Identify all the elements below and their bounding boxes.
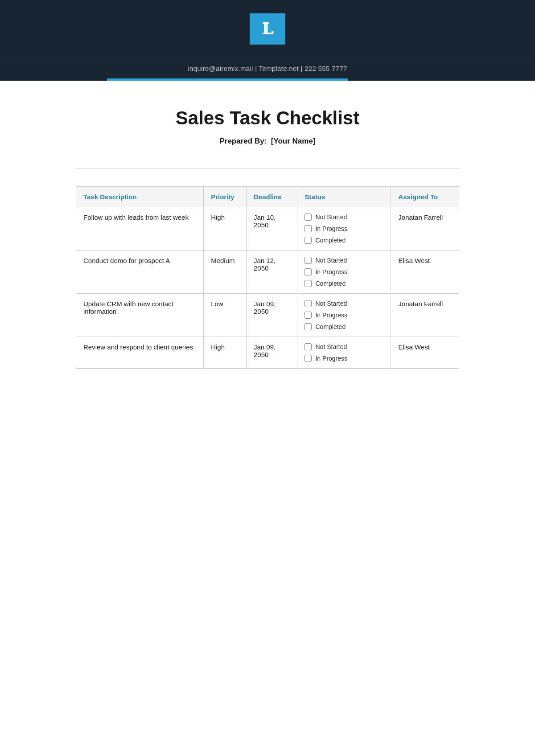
cell-status: Not StartedIn Progress [297, 337, 391, 369]
status-label: Not Started [315, 300, 347, 307]
status-checkbox[interactable] [305, 214, 312, 221]
status-label: In Progress [315, 312, 347, 319]
header-assigned: Assigned To [391, 187, 459, 207]
status-option[interactable]: Not Started [305, 214, 383, 221]
status-option[interactable]: Not Started [305, 257, 383, 264]
section-divider [76, 168, 459, 168]
status-option[interactable]: In Progress [305, 268, 383, 275]
status-label: Not Started [315, 343, 347, 350]
cell-task: Follow up with leads from last week [76, 207, 204, 251]
prepared-by-label: Prepared By: [219, 137, 267, 145]
status-checkbox[interactable] [305, 280, 312, 287]
table-row: Follow up with leads from last weekHighJ… [76, 207, 459, 251]
status-checkbox[interactable] [305, 323, 312, 330]
header-contact-text: inquire@airemix.mail | Template.net | 22… [188, 65, 347, 72]
cell-status: Not StartedIn ProgressCompleted [297, 251, 391, 294]
prepared-by-value: [Your Name] [271, 137, 316, 145]
checklist-table: Task Description Priority Deadline Statu… [76, 186, 459, 369]
status-option[interactable]: In Progress [305, 225, 383, 232]
cell-assigned: Jonatan Farrell [391, 207, 459, 251]
cell-priority: Low [204, 294, 247, 337]
cell-task: Conduct demo for prospect A [76, 251, 204, 294]
status-option[interactable]: Completed [305, 237, 383, 244]
main-content: Sales Task Checklist Prepared By: [Your … [67, 81, 468, 386]
status-option[interactable]: In Progress [305, 312, 383, 319]
cell-status: Not StartedIn ProgressCompleted [297, 207, 391, 251]
page-header: 𝕃 inquire@airemix.mail | Template.net | … [0, 0, 535, 81]
status-checkbox[interactable] [305, 257, 312, 264]
status-label: In Progress [315, 268, 347, 275]
cell-deadline: Jan 09, 2050 [247, 294, 297, 337]
table-header-row: Task Description Priority Deadline Statu… [76, 187, 459, 207]
status-label: Not Started [315, 214, 347, 221]
status-label: Completed [315, 237, 346, 244]
table-row: Review and respond to client queriesHigh… [76, 337, 459, 369]
status-label: Not Started [315, 257, 347, 264]
header-priority: Priority [204, 187, 247, 207]
status-checkbox[interactable] [305, 268, 312, 275]
header-accent-bar [0, 78, 535, 81]
cell-priority: High [204, 337, 247, 369]
cell-assigned: Jonatan Farrell [391, 294, 459, 337]
cell-deadline: Jan 12, 2050 [247, 251, 297, 294]
header-contact-bar: inquire@airemix.mail | Template.net | 22… [0, 58, 535, 78]
document-title: Sales Task Checklist [76, 107, 459, 129]
status-label: In Progress [315, 355, 347, 362]
cell-assigned: Elisa West [391, 337, 459, 369]
table-row: Update CRM with new contact informationL… [76, 294, 459, 337]
status-label: Completed [315, 323, 346, 330]
header-status: Status [297, 187, 391, 207]
header-task: Task Description [76, 187, 204, 207]
logo-box: 𝕃 [250, 13, 285, 45]
status-option[interactable]: Completed [305, 323, 383, 330]
cell-task: Review and respond to client queries [76, 337, 204, 369]
status-option[interactable]: In Progress [305, 355, 383, 362]
header-deadline: Deadline [247, 187, 297, 207]
status-checkbox[interactable] [305, 343, 312, 350]
table-row: Conduct demo for prospect AMediumJan 12,… [76, 251, 459, 294]
cell-deadline: Jan 10, 2050 [247, 207, 297, 251]
status-checkbox[interactable] [305, 300, 312, 307]
cell-task: Update CRM with new contact information [76, 294, 204, 337]
cell-deadline: Jan 09, 2050 [247, 337, 297, 369]
status-option[interactable]: Completed [305, 280, 383, 287]
cell-priority: High [204, 207, 247, 251]
status-label: Completed [315, 280, 346, 287]
cell-status: Not StartedIn ProgressCompleted [297, 294, 391, 337]
status-checkbox[interactable] [305, 237, 312, 244]
cell-assigned: Elisa West [391, 251, 459, 294]
logo-icon: 𝕃 [262, 20, 273, 38]
cell-priority: Medium [204, 251, 247, 294]
status-checkbox[interactable] [305, 225, 312, 232]
prepared-by-line: Prepared By: [Your Name] [76, 137, 459, 146]
logo-container: 𝕃 [250, 13, 285, 45]
status-checkbox[interactable] [305, 355, 312, 362]
status-label: In Progress [315, 225, 347, 232]
status-checkbox[interactable] [305, 312, 312, 319]
status-option[interactable]: Not Started [305, 300, 383, 307]
status-option[interactable]: Not Started [305, 343, 383, 350]
